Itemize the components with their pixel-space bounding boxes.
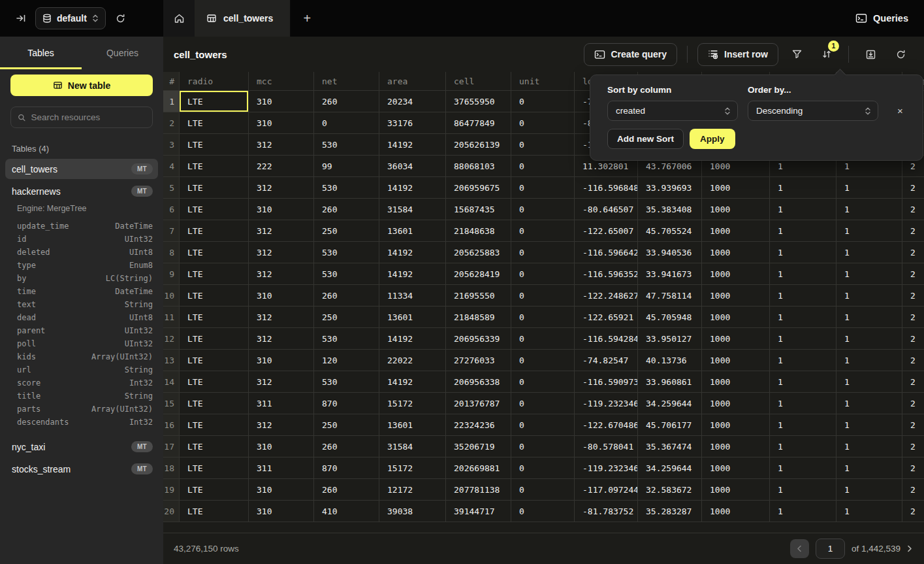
table-cell[interactable]: 1 [836,285,902,307]
table-cell[interactable]: 1000 [702,436,770,457]
table-cell[interactable]: 20234 [379,91,446,112]
table-cell[interactable]: LTE [180,112,249,134]
refresh-tables-button[interactable] [112,10,129,27]
insert-row-button[interactable]: Insert row [697,43,778,66]
table-cell[interactable]: LTE [180,263,249,285]
table-cell[interactable]: 1 [836,328,902,350]
table-cell[interactable]: 1 [770,263,836,285]
sidebar-tab-tables[interactable]: Tables [0,37,82,69]
table-cell[interactable]: -116.596352 [575,263,638,285]
table-cell[interactable]: 0 [511,393,575,414]
table-cell[interactable]: 1 [836,436,902,457]
table-cell[interactable]: 27276033 [446,350,511,371]
sidebar-tab-queries[interactable]: Queries [82,37,163,69]
table-cell[interactable]: 312 [249,177,314,199]
table-cell[interactable]: 205625883 [446,242,511,263]
table-cell[interactable]: 0 [511,220,575,242]
collapse-sidebar-button[interactable] [13,10,29,26]
row-number[interactable]: 9 [163,263,180,285]
table-cell[interactable]: 1 [770,350,836,371]
table-cell[interactable]: 40.13736 [638,350,702,371]
row-number[interactable]: 8 [163,242,180,263]
table-cell[interactable]: 1 [836,457,902,479]
column-header-rownum[interactable]: # [163,72,180,91]
table-cell[interactable]: -119.232346 [575,457,638,479]
table-cell[interactable]: 1000 [702,457,770,479]
new-tab-button[interactable]: + [291,0,323,37]
table-cell[interactable]: 35.283287 [638,501,702,522]
sidebar-item-hackernews[interactable]: hackernews MT [5,181,158,201]
table-cell[interactable]: 310 [249,199,314,220]
table-cell[interactable]: 1000 [702,220,770,242]
table-cell[interactable]: 33.939693 [638,177,702,199]
row-number[interactable]: 5 [163,177,180,199]
sidebar-item-nyc-taxi[interactable]: nyc_taxi MT [5,437,158,457]
table-cell[interactable]: -122.65921 [575,307,638,328]
table-cell[interactable]: 35.367474 [638,436,702,457]
table-cell[interactable]: LTE [180,371,249,393]
table-cell[interactable]: 0 [511,350,575,371]
table-cell[interactable]: 312 [249,371,314,393]
table-cell[interactable]: 1000 [702,263,770,285]
table-cell[interactable]: 33176 [379,112,446,134]
table-cell[interactable]: 205628419 [446,263,511,285]
table-cell[interactable]: 2 [902,393,924,414]
table-cell[interactable]: -116.590973 [575,371,638,393]
table-cell[interactable]: 250 [314,307,379,328]
table-cell[interactable]: 13601 [379,220,446,242]
table-cell[interactable]: -116.596848 [575,177,638,199]
table-cell[interactable]: -116.594284 [575,328,638,350]
table-cell[interactable]: 2 [902,436,924,457]
table-cell[interactable]: 310 [249,350,314,371]
table-cell[interactable]: 0 [511,177,575,199]
search-input[interactable] [31,112,146,122]
table-cell[interactable]: 14192 [379,242,446,263]
table-cell[interactable]: LTE [180,307,249,328]
column-header-unit[interactable]: unit [511,72,575,91]
row-number[interactable]: 7 [163,220,180,242]
table-cell[interactable]: 1000 [702,285,770,307]
table-cell[interactable]: 1 [770,457,836,479]
table-cell[interactable]: 14192 [379,134,446,156]
table-cell[interactable]: 2 [902,263,924,285]
table-cell[interactable]: 21695550 [446,285,511,307]
table-cell[interactable]: 312 [249,414,314,436]
row-number[interactable]: 1 [163,91,180,112]
table-cell[interactable]: 39144717 [446,501,511,522]
table-cell[interactable]: 45.705948 [638,307,702,328]
table-cell[interactable]: 260 [314,285,379,307]
sidebar-item-cell-towers[interactable]: cell_towers MT [5,159,158,179]
table-cell[interactable]: 47.758114 [638,285,702,307]
table-cell[interactable]: 1 [770,393,836,414]
create-query-button[interactable]: Create query [584,43,678,66]
table-cell[interactable]: 0 [511,112,575,134]
table-cell[interactable]: 32.583672 [638,479,702,501]
table-cell[interactable]: 1000 [702,242,770,263]
refresh-data-button[interactable] [889,43,912,66]
row-number[interactable]: 20 [163,501,180,522]
table-cell[interactable]: 120 [314,350,379,371]
table-cell[interactable]: 2 [902,242,924,263]
row-number[interactable]: 6 [163,199,180,220]
table-cell[interactable]: 310 [249,436,314,457]
table-cell[interactable]: 0 [511,285,575,307]
table-cell[interactable]: 0 [511,307,575,328]
table-cell[interactable]: 312 [249,328,314,350]
table-cell[interactable]: 1 [836,220,902,242]
table-cell[interactable]: 311 [249,457,314,479]
table-cell[interactable]: 530 [314,263,379,285]
table-cell[interactable]: 1000 [702,479,770,501]
table-cell[interactable]: 13601 [379,307,446,328]
table-cell[interactable]: 1 [836,501,902,522]
column-header-mcc[interactable]: mcc [249,72,314,91]
search-resources[interactable] [10,107,153,128]
table-cell[interactable]: -116.596642 [575,242,638,263]
table-cell[interactable]: 1 [770,479,836,501]
remove-sort-button[interactable]: × [897,105,903,116]
table-cell[interactable]: 15172 [379,393,446,414]
table-cell[interactable]: 530 [314,328,379,350]
table-cell[interactable]: LTE [180,436,249,457]
table-cell[interactable]: 0 [511,199,575,220]
row-number[interactable]: 13 [163,350,180,371]
apply-sort-button[interactable]: Apply [690,129,735,149]
